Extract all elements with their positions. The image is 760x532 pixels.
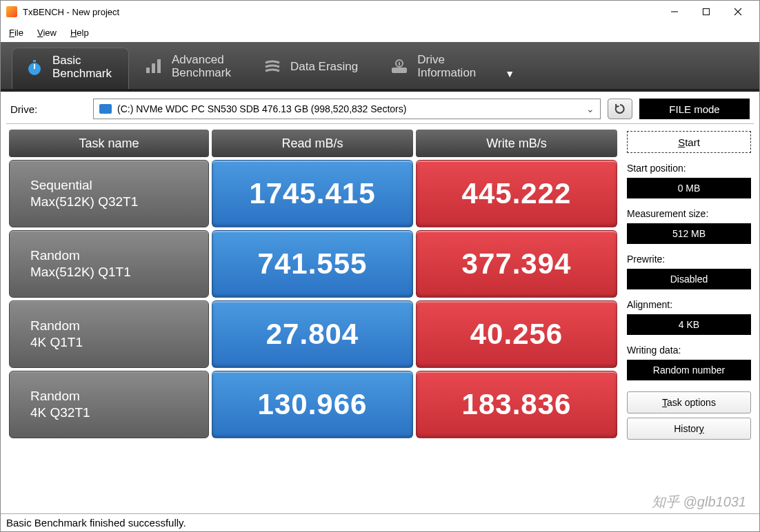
close-icon — [734, 8, 742, 16]
task-options-button[interactable]: Task options — [627, 391, 751, 413]
writing-data-value[interactable]: Random number — [627, 360, 751, 380]
table-row: Random4K Q32T1 130.966 183.836 — [9, 371, 617, 438]
tabstrip: BasicBenchmark AdvancedBenchmark Data Er… — [1, 42, 759, 92]
refresh-button[interactable] — [608, 99, 632, 119]
app-icon — [6, 6, 17, 17]
erase-icon — [263, 57, 282, 76]
menu-view[interactable]: View — [37, 28, 57, 38]
tab-drive-information[interactable]: DriveInformation — [377, 48, 492, 89]
tab-label: BasicBenchmark — [52, 54, 112, 80]
tab-label: DriveInformation — [417, 54, 476, 79]
maximize-icon — [702, 8, 710, 16]
refresh-icon — [614, 103, 626, 115]
write-value[interactable]: 445.222 — [416, 160, 617, 227]
task-random-4k-q1t1[interactable]: Random4K Q1T1 — [9, 300, 209, 368]
write-value[interactable]: 183.836 — [416, 371, 617, 438]
table-row: Random4K Q1T1 27.804 40.256 — [9, 300, 617, 368]
titlebar: TxBENCH - New project — [1, 1, 759, 23]
header-read: Read mB/s — [212, 130, 413, 157]
alignment-label: Alignment: — [627, 299, 751, 310]
read-value[interactable]: 741.555 — [212, 230, 413, 298]
tab-overflow-button[interactable]: ▼ — [495, 68, 524, 89]
minimize-icon — [670, 8, 679, 16]
status-text: Basic Benchmark finished successfully. — [6, 517, 186, 529]
table-row: RandomMax(512K) Q1T1 741.555 377.394 — [9, 230, 617, 298]
header-task: Task name — [9, 130, 209, 157]
stopwatch-icon — [25, 58, 44, 77]
measurement-size-label: Measurement size: — [627, 208, 751, 219]
tab-data-erasing[interactable]: Data Erasing — [250, 48, 374, 89]
side-panel: Start Start position: 0 MB Measurement s… — [627, 130, 751, 513]
tab-label: AdvancedBenchmark — [172, 54, 231, 79]
drive-icon — [99, 104, 112, 114]
bars-icon — [144, 57, 163, 76]
drive-select[interactable]: (C:) NVMe WDC PC SN530 SDB 476.13 GB (99… — [93, 99, 601, 119]
menubar: File View Help — [1, 23, 759, 42]
prewrite-value[interactable]: Disabled — [627, 269, 751, 289]
start-position-value[interactable]: 0 MB — [627, 178, 751, 198]
minimize-button[interactable] — [659, 1, 690, 23]
svg-rect-9 — [157, 59, 161, 73]
table-header: Task name Read mB/s Write mB/s — [9, 130, 617, 157]
table-row: SequentialMax(512K) Q32T1 1745.415 445.2… — [9, 160, 617, 227]
task-random-4k-q32t1[interactable]: Random4K Q32T1 — [9, 371, 209, 438]
file-mode-button[interactable]: FILE mode — [639, 99, 750, 119]
svg-rect-8 — [152, 63, 155, 73]
read-value[interactable]: 130.966 — [212, 371, 413, 438]
writing-data-label: Writing data: — [627, 345, 751, 356]
benchmark-table: Task name Read mB/s Write mB/s Sequentia… — [9, 130, 617, 513]
drive-info-icon — [390, 57, 409, 76]
read-value[interactable]: 1745.415 — [212, 160, 413, 227]
menu-help[interactable]: Help — [70, 28, 89, 38]
menu-file[interactable]: File — [9, 28, 23, 38]
svg-rect-5 — [33, 60, 36, 62]
close-button[interactable] — [722, 1, 754, 23]
history-button[interactable]: History — [627, 418, 751, 440]
start-position-label: Start position: — [627, 163, 751, 174]
write-value[interactable]: 377.394 — [416, 230, 617, 298]
task-random-max-q1t1[interactable]: RandomMax(512K) Q1T1 — [9, 230, 209, 298]
window-title: TxBENCH - New project — [23, 7, 659, 17]
tab-label: Data Erasing — [290, 61, 358, 74]
header-write: Write mB/s — [416, 130, 617, 157]
main-area: Task name Read mB/s Write mB/s Sequentia… — [1, 124, 759, 513]
drive-label: Drive: — [10, 103, 86, 115]
read-value[interactable]: 27.804 — [212, 300, 413, 368]
drive-row: Drive: (C:) NVMe WDC PC SN530 SDB 476.13… — [1, 92, 759, 123]
drive-selected-text: (C:) NVMe WDC PC SN530 SDB 476.13 GB (99… — [117, 103, 406, 114]
start-button[interactable]: Start — [627, 131, 751, 153]
write-value[interactable]: 40.256 — [416, 300, 617, 368]
tab-basic-benchmark[interactable]: BasicBenchmark — [12, 48, 129, 89]
chevron-down-icon: ⌄ — [586, 103, 594, 114]
svg-rect-10 — [392, 68, 407, 73]
tab-advanced-benchmark[interactable]: AdvancedBenchmark — [132, 48, 248, 89]
task-sequential-q32t1[interactable]: SequentialMax(512K) Q32T1 — [9, 160, 209, 227]
alignment-value[interactable]: 4 KB — [627, 314, 751, 335]
svg-rect-1 — [703, 9, 710, 15]
prewrite-label: Prewrite: — [627, 254, 751, 265]
measurement-size-value[interactable]: 512 MB — [627, 223, 751, 244]
svg-rect-7 — [146, 68, 150, 73]
status-bar: Basic Benchmark finished successfully. — [1, 513, 759, 531]
maximize-button[interactable] — [690, 1, 722, 23]
